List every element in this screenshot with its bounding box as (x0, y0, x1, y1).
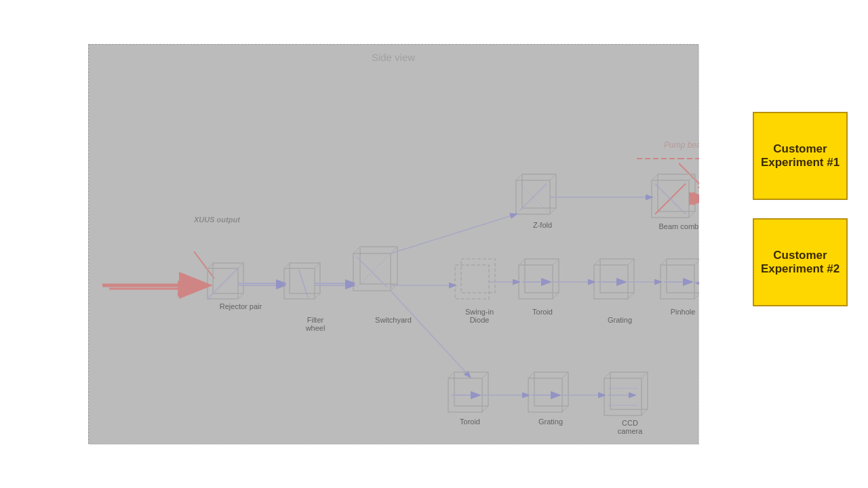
ccd-camera-label2: camera (618, 427, 644, 435)
swing-in-diode-1-label: Swing-in (465, 308, 494, 316)
ccd-camera-label: CCD (622, 419, 638, 427)
rejector-pair-label: Rejector pair (220, 302, 262, 310)
swing-in-diode-1-label2: Diode (470, 316, 490, 324)
xuus-output-label: XUUS output (193, 216, 241, 224)
grating-2-label: Grating (538, 418, 563, 426)
z-fold-label: Z-fold (533, 221, 552, 229)
customer-experiment-2[interactable]: Customer Experiment #2 (753, 218, 848, 306)
pump-beam-label: Pump beam (664, 140, 699, 150)
filter-wheel-label: Filter (307, 316, 324, 324)
main-diagram: Side view XUUS output Pump beam (88, 44, 698, 444)
filter-wheel-label2: wheel (305, 324, 326, 332)
switchyard-label: Switchyard (375, 316, 412, 324)
svg-rect-0 (89, 45, 699, 445)
toroid-1-label: Toroid (532, 308, 553, 316)
beam-combiner-label: Beam combiner (658, 222, 699, 230)
customer-exp-2-label: Customer Experiment #2 (754, 249, 846, 276)
grating-1-label: Grating (608, 316, 632, 324)
diagram-svg: XUUS output Pump beam Rejector pair (89, 45, 699, 445)
customer-exp-1-label: Customer Experiment #1 (754, 142, 846, 169)
pinhole-label: Pinhole (671, 308, 696, 316)
customer-experiment-1[interactable]: Customer Experiment #1 (753, 112, 848, 200)
toroid-2-label: Toroid (460, 418, 480, 426)
